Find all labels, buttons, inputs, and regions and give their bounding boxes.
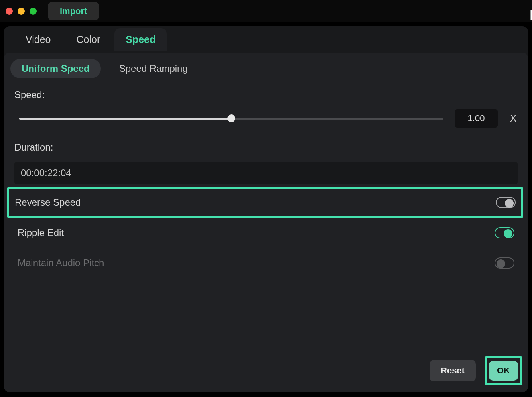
- tab-video[interactable]: Video: [14, 28, 62, 51]
- ripple-edit-toggle[interactable]: [495, 227, 514, 238]
- slider-thumb[interactable]: [227, 114, 235, 122]
- ripple-edit-label: Ripple Edit: [18, 227, 64, 238]
- speed-value-input[interactable]: 1.00: [455, 109, 498, 128]
- tab-speed[interactable]: Speed: [114, 28, 167, 51]
- speed-suffix: X: [509, 113, 518, 124]
- panel-tabs: Video Color Speed: [4, 26, 528, 53]
- speed-label: Speed:: [14, 89, 522, 100]
- maintain-pitch-toggle: [495, 257, 514, 269]
- close-window-button[interactable]: [6, 8, 13, 15]
- reverse-speed-row: Reverse Speed: [7, 187, 523, 218]
- import-button[interactable]: Import: [48, 2, 99, 20]
- cropped-logo: l: [530, 7, 532, 24]
- slider-track-fill: [19, 118, 231, 120]
- toggle-knob: [497, 259, 505, 268]
- maximize-window-button[interactable]: [30, 8, 37, 15]
- panel-content: Uniform Speed Speed Ramping Speed: 1.00 …: [4, 53, 528, 392]
- speed-subtabs: Uniform Speed Speed Ramping: [10, 59, 522, 78]
- reset-button[interactable]: Reset: [430, 360, 476, 381]
- speed-slider-row: 1.00 X: [10, 109, 522, 128]
- speed-panel: Video Color Speed Uniform Speed Speed Ra…: [4, 26, 528, 392]
- ripple-edit-row: Ripple Edit: [12, 218, 520, 248]
- tab-color[interactable]: Color: [65, 28, 112, 51]
- toggle-knob: [504, 229, 512, 238]
- titlebar: Import: [0, 0, 532, 22]
- reverse-speed-toggle[interactable]: [496, 197, 516, 208]
- duration-label: Duration:: [14, 142, 522, 153]
- subtab-speed-ramping[interactable]: Speed Ramping: [108, 59, 199, 78]
- maintain-pitch-label: Maintain Audio Pitch: [18, 257, 104, 269]
- subtab-uniform-speed[interactable]: Uniform Speed: [10, 59, 101, 78]
- minimize-window-button[interactable]: [18, 8, 25, 15]
- toggle-knob: [505, 199, 514, 208]
- window-controls: [6, 8, 37, 15]
- reverse-speed-label: Reverse Speed: [15, 197, 81, 208]
- panel-footer: Reset OK: [430, 356, 522, 385]
- duration-input[interactable]: 00:00:22:04: [14, 162, 518, 184]
- speed-slider[interactable]: [19, 114, 443, 123]
- ok-button[interactable]: OK: [489, 361, 518, 381]
- maintain-pitch-row: Maintain Audio Pitch: [12, 248, 520, 278]
- ok-highlight: OK: [485, 356, 522, 385]
